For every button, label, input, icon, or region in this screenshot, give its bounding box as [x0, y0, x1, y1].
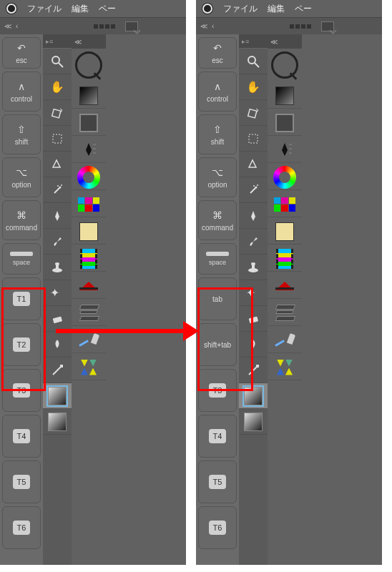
control-key[interactable]: ∧ control	[198, 72, 237, 112]
menu-file[interactable]: ファイル	[223, 3, 258, 15]
frame-box-icon[interactable]	[72, 110, 106, 136]
new-doc-icon[interactable]	[321, 21, 334, 31]
sparkle-tool[interactable]: ✦	[239, 280, 268, 306]
color-swatch-grid-icon[interactable]	[72, 192, 106, 217]
command-key[interactable]: ⌘ command	[198, 200, 237, 240]
brush-tool[interactable]	[43, 229, 72, 255]
chevron-left-icon[interactable]: ≪	[270, 38, 278, 46]
t6-button[interactable]: T6	[198, 506, 237, 549]
pen-tool[interactable]	[239, 203, 268, 229]
frame-box-icon[interactable]	[268, 110, 302, 136]
space-key[interactable]: space	[198, 243, 237, 275]
color-wheel-icon[interactable]	[72, 164, 106, 190]
chevron-left-small-icon[interactable]: ‹	[212, 22, 214, 30]
select-tool[interactable]	[43, 126, 72, 152]
eraser-tool[interactable]	[43, 306, 72, 332]
select-tool[interactable]	[239, 126, 268, 152]
filmstrip-icon[interactable]	[72, 246, 106, 272]
app-logo-icon[interactable]	[6, 3, 17, 14]
color-gradient-swatch[interactable]	[72, 83, 106, 109]
line-tool[interactable]	[239, 358, 268, 383]
stamp-tool[interactable]	[239, 255, 268, 280]
view-grid-icon[interactable]	[290, 24, 311, 29]
intermediate-swatch-icon[interactable]	[72, 219, 106, 245]
t4-button[interactable]: T4	[2, 415, 41, 458]
menu-file[interactable]: ファイル	[27, 3, 62, 15]
rotate-view-tool[interactable]	[43, 100, 72, 126]
magic-wand-tool[interactable]	[43, 177, 72, 203]
brush-angle-icon[interactable]	[72, 327, 106, 353]
chevron-left-icon[interactable]: ≪	[74, 38, 82, 46]
fill-tool[interactable]	[43, 409, 72, 435]
pen-size-icon[interactable]	[268, 137, 302, 163]
view-grid-icon[interactable]	[94, 24, 115, 29]
option-key[interactable]: ⌥ option	[2, 157, 41, 197]
sparkle-tool[interactable]: ✦	[43, 280, 72, 306]
t5-button[interactable]: T5	[2, 460, 41, 503]
brush-angle-icon[interactable]	[268, 327, 302, 353]
menu-page[interactable]: ペー	[295, 3, 312, 15]
option-key[interactable]: ⌥ option	[198, 157, 237, 197]
esc-key[interactable]: ↶ esc	[2, 37, 41, 69]
color-swatch-grid-icon[interactable]	[268, 192, 302, 217]
t1-button[interactable]: T1	[2, 277, 41, 320]
menu-edit[interactable]: 編集	[72, 3, 89, 15]
gradient-tool[interactable]	[239, 383, 268, 409]
layers-icon[interactable]	[268, 300, 302, 326]
eraser-tool[interactable]	[239, 306, 268, 332]
collapse-icon[interactable]: ▸≡	[242, 38, 249, 45]
pinwheel-icon[interactable]	[268, 355, 302, 380]
color-gradient-swatch[interactable]	[268, 83, 302, 109]
chevron-left-small-icon[interactable]: ‹	[16, 22, 18, 30]
fill-tool[interactable]	[239, 409, 268, 435]
liquify-tool[interactable]	[43, 332, 72, 358]
hand-tool[interactable]: ✋	[43, 74, 72, 100]
space-key[interactable]: space	[2, 243, 41, 275]
t5-button[interactable]: T5	[198, 460, 237, 503]
app-logo-icon[interactable]	[202, 3, 213, 14]
command-key[interactable]: ⌘ command	[2, 200, 41, 240]
magnify-tool[interactable]	[43, 49, 72, 74]
lasso-tool[interactable]	[239, 152, 268, 177]
shift-key[interactable]: ⇧ shift	[2, 114, 41, 154]
rotate-view-tool[interactable]	[239, 100, 268, 126]
canvas-area[interactable]	[106, 34, 186, 565]
warning-triangle-icon[interactable]	[268, 273, 302, 299]
quick-access-icon[interactable]	[271, 51, 298, 79]
layers-icon[interactable]	[72, 300, 106, 326]
hand-tool[interactable]: ✋	[239, 74, 268, 100]
pinwheel-icon[interactable]	[72, 355, 106, 380]
chevron-left-icon[interactable]: ≪	[4, 22, 11, 30]
warning-triangle-icon[interactable]	[72, 273, 106, 299]
t4-button[interactable]: T4	[198, 415, 237, 458]
intermediate-swatch-icon[interactable]	[268, 219, 302, 245]
esc-key[interactable]: ↶ esc	[198, 37, 237, 69]
lasso-tool[interactable]	[43, 152, 72, 177]
magnify-tool[interactable]	[239, 49, 268, 74]
new-doc-icon[interactable]	[125, 21, 138, 31]
tab-button[interactable]: tab	[198, 277, 237, 320]
magic-wand-tool[interactable]	[239, 177, 268, 203]
filmstrip-icon[interactable]	[268, 246, 302, 272]
liquify-tool[interactable]	[239, 332, 268, 358]
stamp-tool[interactable]	[43, 255, 72, 280]
t3-button[interactable]: T3	[2, 369, 41, 412]
brush-tool[interactable]	[239, 229, 268, 255]
color-wheel-icon[interactable]	[268, 164, 302, 190]
chevron-left-icon[interactable]: ≪	[200, 22, 207, 30]
collapse-icon[interactable]: ▸≡	[46, 38, 53, 45]
line-tool[interactable]	[43, 358, 72, 383]
pen-tool[interactable]	[43, 203, 72, 229]
shift-tab-button[interactable]: shift+tab	[198, 323, 237, 366]
gradient-tool[interactable]	[43, 383, 72, 409]
menu-edit[interactable]: 編集	[268, 3, 285, 15]
t2-button[interactable]: T2	[2, 323, 41, 366]
quick-access-icon[interactable]	[75, 51, 102, 79]
canvas-area[interactable]	[302, 34, 382, 565]
control-key[interactable]: ∧ control	[2, 72, 41, 112]
shift-key[interactable]: ⇧ shift	[198, 114, 237, 154]
t6-button[interactable]: T6	[2, 506, 41, 549]
menu-page[interactable]: ペー	[99, 3, 116, 15]
pen-size-icon[interactable]	[72, 137, 106, 163]
t3-button[interactable]: T3	[198, 369, 237, 412]
